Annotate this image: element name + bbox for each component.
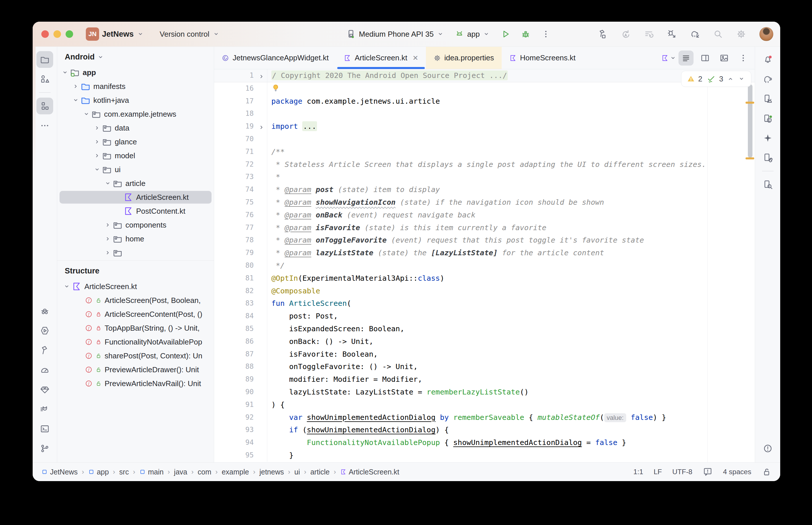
- breadcrumb-java[interactable]: java: [174, 468, 187, 476]
- expand-toggle[interactable]: [71, 81, 80, 91]
- expand-toggle[interactable]: [103, 220, 113, 230]
- breadcrumb-ArticleScreen.kt[interactable]: ArticleScreen.kt: [340, 468, 399, 476]
- project-tool-button[interactable]: [36, 51, 53, 68]
- code-line-75[interactable]: 75 * @param showNavigationIcon (state) i…: [214, 196, 755, 209]
- sync-project-gradle-icon[interactable]: [690, 29, 700, 39]
- split-view-button[interactable]: [697, 50, 713, 65]
- breadcrumb-src[interactable]: src: [119, 468, 129, 476]
- code-line-90[interactable]: 90 lazyListState: LazyListState = rememb…: [214, 386, 755, 399]
- tree-item-ArticleScreen.kt[interactable]: ArticleScreen.kt: [57, 190, 214, 204]
- running-devices-tool-button[interactable]: [759, 110, 776, 127]
- problems-tool-button[interactable]: [759, 440, 776, 457]
- avatar[interactable]: [759, 27, 773, 41]
- expand-toggle[interactable]: [60, 68, 70, 77]
- code-line-72[interactable]: 72 * Stateless Article Screen that displ…: [214, 158, 755, 171]
- project-widget[interactable]: JN JetNews: [86, 27, 144, 41]
- tree-item-clipped[interactable]: [57, 246, 214, 260]
- inspection-widget[interactable]: 2 3: [681, 71, 751, 87]
- vcs-widget[interactable]: Version control: [160, 30, 220, 39]
- code-line-78[interactable]: 78 * @param onToggleFavorite (event) req…: [214, 234, 755, 246]
- code-line-77[interactable]: 77 * @param isFavorite (state) is this i…: [214, 222, 755, 234]
- tree-item-com.example.jetnews[interactable]: com.example.jetnews: [57, 107, 214, 121]
- structure-item[interactable]: fsharePost(Post, Context): Un: [57, 349, 214, 363]
- expand-toggle[interactable]: [103, 178, 113, 188]
- tree-item-article[interactable]: article: [57, 177, 214, 190]
- hidden-tabs-dropdown[interactable]: [661, 47, 677, 69]
- code-line-91[interactable]: 91) {: [214, 399, 755, 411]
- run-tool-button[interactable]: [36, 322, 53, 339]
- tree-item-data[interactable]: data: [57, 121, 214, 135]
- build-tool-button[interactable]: [36, 342, 53, 359]
- run-button[interactable]: [501, 29, 510, 39]
- tree-item-app[interactable]: app: [57, 65, 214, 79]
- structure-item[interactable]: fPreviewArticleNavRail(): Unit: [57, 377, 214, 390]
- code-line-92[interactable]: 92 var showUnimplementedActionDialog by …: [214, 411, 755, 424]
- code-line-94[interactable]: 94 FunctionalityNotAvailablePopup { show…: [214, 436, 755, 449]
- code-line-73[interactable]: 73 *: [214, 171, 755, 183]
- write-access-unlock-icon[interactable]: [762, 467, 771, 477]
- attach-debugger-icon[interactable]: [667, 29, 677, 39]
- code-line-70[interactable]: 70: [214, 133, 755, 146]
- tab-HomeScreens.kt[interactable]: HomeScreens.kt: [502, 47, 583, 69]
- code-line-19[interactable]: 19import ...: [214, 120, 755, 133]
- expand-toggle[interactable]: [92, 123, 102, 133]
- app-quality-insights-tool-button[interactable]: [36, 303, 53, 319]
- device-selector[interactable]: Medium Phone API 35: [346, 29, 444, 39]
- code-line-84[interactable]: 84 post: Post,: [214, 310, 755, 322]
- code-line-95[interactable]: 95 }: [214, 449, 755, 462]
- profiler-icon[interactable]: [644, 29, 654, 39]
- zoom-window-button[interactable]: [65, 30, 73, 38]
- breadcrumb-jetnews[interactable]: jetnews: [260, 468, 284, 476]
- code-line-17[interactable]: 17package com.example.jetnews.ui.article: [214, 95, 755, 108]
- breadcrumb-ui[interactable]: ui: [294, 468, 300, 476]
- profiler-gauge-tool-button[interactable]: [36, 362, 53, 378]
- tree-item-PostContent.kt[interactable]: PostContent.kt: [57, 204, 214, 218]
- expand-toggle[interactable]: [114, 206, 123, 216]
- app-inspection-tool-button[interactable]: [36, 381, 53, 398]
- tree-item-kotlin+java[interactable]: kotlin+java: [57, 93, 214, 107]
- gemini-tool-button[interactable]: [759, 130, 776, 146]
- structure-item[interactable]: fTopAppBar(String, () -> Unit,: [57, 321, 214, 335]
- tree-item-model[interactable]: model: [57, 149, 214, 163]
- breadcrumb-JetNews[interactable]: JetNews: [41, 468, 78, 476]
- search-everywhere-icon[interactable]: [713, 29, 723, 39]
- code-line-1[interactable]: 1/ Copyright 2020 The Android Open Sourc…: [214, 69, 755, 82]
- build-hammer-icon[interactable]: [597, 29, 607, 39]
- structure-item[interactable]: fPreviewArticleDrawer(): Unit: [57, 363, 214, 377]
- line-separator[interactable]: LF: [654, 468, 662, 476]
- code-line-74[interactable]: 74 * @param post (state) item to display: [214, 183, 755, 196]
- code-line-89[interactable]: 89 modifier: Modifier = Modifier,: [214, 373, 755, 386]
- expand-toggle[interactable]: [114, 192, 123, 202]
- tree-item-ui[interactable]: ui: [57, 163, 214, 177]
- tree-item-components[interactable]: components: [57, 218, 214, 232]
- breadcrumb-example[interactable]: example: [222, 468, 249, 476]
- code-line-76[interactable]: 76 * @param onBack (event) request navig…: [214, 209, 755, 222]
- expand-toggle[interactable]: [92, 137, 102, 147]
- more-tool-windows-tool-button[interactable]: [36, 117, 53, 134]
- code-line-71[interactable]: 71/**: [214, 146, 755, 158]
- close-tab-icon[interactable]: ✕: [412, 54, 418, 62]
- code-line-80[interactable]: 80 */: [214, 259, 755, 272]
- structure-file-ArticleScreen.kt[interactable]: ArticleScreen.kt: [57, 280, 214, 294]
- code-line-85[interactable]: 85 isExpandedScreen: Boolean,: [214, 322, 755, 335]
- resource-manager-tool-button[interactable]: [36, 71, 53, 88]
- expand-toggle[interactable]: [62, 282, 72, 291]
- breadcrumb-app[interactable]: app: [88, 468, 109, 476]
- intention-bulb-icon[interactable]: [271, 83, 280, 93]
- tab-options-kebab-button[interactable]: [736, 50, 751, 65]
- expand-toggle[interactable]: [82, 109, 91, 119]
- code-line-83[interactable]: 83fun ArticleScreen(: [214, 297, 755, 310]
- code-line-82[interactable]: 82@Composable: [214, 285, 755, 297]
- version-control-branch-tool-button[interactable]: [36, 440, 53, 457]
- code-line-88[interactable]: 88 onToggleFavorite: () -> Unit,: [214, 360, 755, 373]
- next-issue-button[interactable]: [738, 75, 745, 82]
- code-line-18[interactable]: 18: [214, 107, 755, 120]
- indent-setting[interactable]: 4 spaces: [723, 468, 751, 476]
- tab-ArticleScreen.kt[interactable]: ArticleScreen.kt✕: [336, 47, 426, 69]
- editor-scrollbar[interactable]: [748, 84, 752, 158]
- minimize-window-button[interactable]: [54, 30, 61, 38]
- code-line-79[interactable]: 79 * @param lazyListState (state) the [L…: [214, 246, 755, 259]
- device-mirror-tool-button[interactable]: [759, 149, 776, 166]
- breadcrumb-main[interactable]: main: [139, 468, 164, 476]
- code-line-16[interactable]: 16: [214, 82, 755, 95]
